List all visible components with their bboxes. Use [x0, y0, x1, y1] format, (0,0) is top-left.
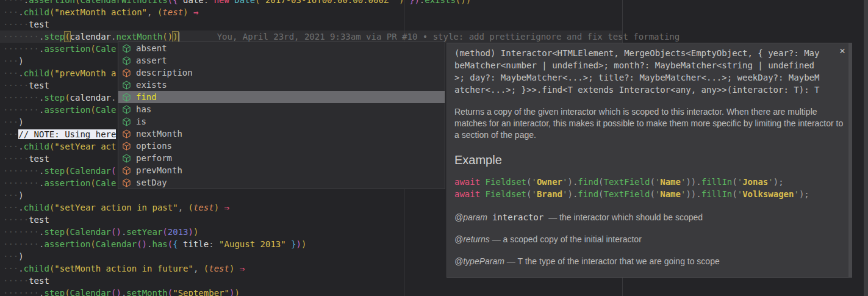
code-token-ws: ·····: [3, 20, 29, 29]
vscode-editor: ····.assertion(CalendarWithUtils({ date:…: [0, 0, 868, 296]
code-token-b2: (: [168, 239, 173, 249]
code-line[interactable]: ·····test: [3, 18, 868, 31]
doc-tag-name: @typeParam: [454, 256, 504, 266]
code-token-strq: ': [794, 189, 798, 199]
autocomplete-item-description[interactable]: description: [118, 67, 445, 79]
autocomplete-item-label: find: [136, 91, 157, 103]
git-blame-annotation[interactable]: You, April 23rd, 2021 9:33am via PR #10 …: [179, 32, 680, 42]
code-token-fn: step: [44, 32, 65, 42]
code-token-var: test: [29, 215, 49, 225]
code-token-b3: }: [286, 239, 296, 249]
code-token-b1: (): [162, 32, 173, 42]
code-token-num: 2013: [168, 227, 188, 237]
code-token-fn: nextMonth: [116, 32, 162, 42]
symbol-method-icon: [122, 117, 131, 126]
autocomplete-item-perform[interactable]: perform: [118, 152, 445, 164]
code-token-b1: (: [188, 203, 193, 212]
code-token-param: test: [209, 264, 229, 273]
code-token-punc: ,: [193, 264, 204, 273]
code-token-b1: (): [456, 0, 466, 5]
autocomplete-item-label: options: [136, 140, 172, 152]
code-token-fn: child: [24, 7, 49, 17]
hover-signature: (method) Interactor<HTMLElement, MergeOb…: [454, 47, 821, 96]
code-token-fn: setYear: [126, 227, 162, 237]
doc-tag-returns: @returns — a scoped copy of the initial …: [454, 234, 844, 244]
code-token-ws: ·····: [3, 215, 29, 225]
editor-scrollbar[interactable]: [864, 0, 868, 296]
autocomplete-item-find[interactable]: find: [118, 91, 445, 103]
autocomplete-item-nextMonth[interactable]: nextMonth: [118, 128, 445, 140]
autocomplete-item-exists[interactable]: exists: [118, 79, 445, 91]
hover-description: Returns a copy of the given interactor w…: [454, 106, 850, 141]
code-token-var: ): [18, 117, 23, 127]
autocomplete-item-setDay[interactable]: setDay: [118, 176, 445, 189]
code-token-ws: ···: [3, 68, 18, 78]
autocomplete-item-is[interactable]: is: [118, 115, 445, 128]
code-token-strq: ': [655, 177, 660, 187]
autocomplete-item-prevMonth[interactable]: prevMonth: [118, 164, 445, 176]
autocomplete-item-assert[interactable]: assert: [118, 54, 445, 67]
code-token-punc: ,: [178, 203, 188, 212]
code-token-punc: )).: [686, 189, 701, 199]
code-token-b2: }): [404, 0, 420, 5]
example-code-line: await Fieldset('Owner').find(TextField('…: [454, 176, 844, 188]
symbol-method-icon: [122, 154, 131, 163]
code-token-var: ): [18, 251, 23, 261]
code-token-strq: ': [531, 177, 536, 187]
code-token-punc: )).: [686, 177, 701, 187]
code-token-ws: ···: [3, 251, 18, 261]
code-token-ws: ·······: [3, 44, 39, 54]
code-token-strb: Name: [660, 177, 681, 187]
code-token-fn: CalendarWithUtils: [80, 0, 167, 5]
symbol-method-icon: [122, 44, 131, 53]
symbol-field-icon: [122, 178, 131, 187]
code-line[interactable]: ····.assertion(CalendarWithUtils({ date:…: [3, 0, 868, 6]
code-token-b1: ): [193, 227, 198, 237]
code-token-var: ): [18, 56, 23, 66]
autocomplete-item-absent[interactable]: absent: [118, 42, 445, 54]
code-token-punc: .: [18, 264, 23, 273]
close-icon[interactable]: ×: [839, 46, 845, 56]
code-token-ws: ·······: [3, 93, 39, 103]
code-token-b2: ({: [168, 0, 178, 5]
code-token-var: calendar: [70, 93, 111, 103]
hover-scrollbar[interactable]: [848, 43, 852, 277]
code-token-strb: Jonas: [742, 177, 768, 187]
doc-tag-name: @param: [454, 212, 487, 222]
code-line[interactable]: ···.child("nextMonth action", (test) ⇒: [3, 6, 868, 18]
autocomplete-item-options[interactable]: options: [118, 140, 445, 152]
code-token-punc: .: [18, 68, 23, 78]
code-token-ws: ···: [3, 264, 18, 273]
code-token-notehl: // NOTE: Using here: [18, 129, 116, 139]
code-token-fn: find: [578, 189, 598, 199]
code-token-fn: child: [24, 68, 49, 78]
code-token-param: test: [162, 7, 183, 17]
example-code-line: await Fieldset('Brand').find(TextField('…: [454, 188, 844, 200]
code-token-strb: Brand: [537, 189, 562, 199]
code-line[interactable]: ·······.step(Calendar().setMonth("Septem…: [3, 287, 868, 296]
code-token-punc: .: [18, 142, 23, 151]
code-token-b1: ): [394, 0, 404, 5]
code-token-punc: (: [650, 177, 655, 187]
code-token-punc: ).: [568, 177, 578, 187]
code-token-b2: (: [162, 227, 167, 237]
code-token-ws: ·······: [3, 178, 39, 188]
code-token-b1: (: [90, 239, 95, 249]
code-token-ws: ·····: [3, 81, 29, 90]
symbol-method-icon: [122, 93, 131, 102]
code-token-fn: assertion: [44, 239, 90, 249]
code-token-fn: find: [578, 177, 598, 187]
autocomplete-item-has[interactable]: has: [118, 103, 445, 115]
code-token-fn: fillIn: [701, 177, 733, 187]
code-token-b2: (: [168, 288, 173, 296]
code-token-punc: :: [209, 239, 219, 249]
doc-tag-text: — the interactor which should be scoped: [548, 212, 703, 222]
code-token-b1: (: [65, 227, 70, 237]
doc-tag-name: @returns: [454, 234, 490, 244]
code-token-ws: ·······: [3, 105, 39, 115]
code-token-punc: ,: [147, 7, 157, 17]
code-token-str: "August 2013": [219, 239, 286, 249]
code-token-var: ): [18, 190, 23, 200]
code-token-b1: (: [204, 264, 209, 273]
code-line[interactable]: ·······.step(calendar.nextMonth())You, A…: [3, 31, 868, 43]
